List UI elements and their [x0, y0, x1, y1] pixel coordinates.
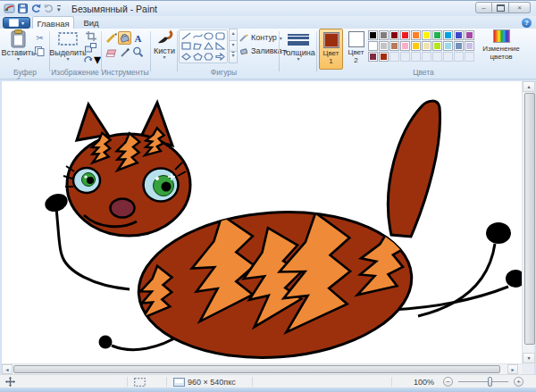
- edit-colors-label: Изменение цветов: [475, 45, 527, 61]
- eyedropper-icon: [119, 46, 130, 58]
- shape-right-triangle-icon[interactable]: [215, 42, 225, 50]
- palette-swatch[interactable]: [389, 52, 399, 62]
- vertical-scroll-thumb[interactable]: [524, 93, 535, 345]
- zoom-in-button[interactable]: +: [514, 377, 523, 387]
- tab-view[interactable]: Вид: [77, 17, 105, 29]
- rotate-button[interactable]: ▾: [83, 54, 102, 65]
- palette-swatch[interactable]: [389, 30, 399, 40]
- palette-swatch[interactable]: [465, 30, 474, 40]
- shape-rectangle-icon[interactable]: [181, 42, 191, 50]
- outline-button[interactable]: Контур ▾: [239, 33, 282, 42]
- image-size-value: 960 × 540пкс: [188, 378, 236, 387]
- fill-tool-button[interactable]: [118, 31, 131, 45]
- palette-swatch[interactable]: [389, 41, 399, 51]
- help-icon[interactable]: ?: [522, 18, 532, 28]
- palette-swatch[interactable]: [368, 52, 378, 62]
- shape-rounded-rectangle-icon[interactable]: [215, 32, 225, 40]
- pencil-tool-button[interactable]: [105, 31, 118, 45]
- palette-swatch[interactable]: [432, 30, 442, 40]
- paint-menu-dropdown-icon: ▾: [21, 21, 24, 26]
- eraser-tool-button[interactable]: [105, 46, 118, 59]
- palette-swatch[interactable]: [400, 30, 410, 40]
- cut-button[interactable]: ✂: [33, 31, 46, 44]
- undo-icon[interactable]: [30, 4, 41, 13]
- select-icon: [58, 32, 78, 46]
- palette-swatch[interactable]: [443, 41, 453, 51]
- palette-swatch[interactable]: [400, 52, 410, 62]
- shapes-scroll-up[interactable]: ▴: [229, 29, 238, 41]
- palette-swatch[interactable]: [422, 52, 431, 62]
- shape-curve-icon[interactable]: [193, 32, 203, 40]
- shapes-expand[interactable]: ▾: [229, 51, 238, 63]
- qat-dropdown-icon[interactable]: ▾: [57, 5, 61, 13]
- scroll-down-button[interactable]: ▾: [523, 353, 535, 363]
- shape-polygon-icon[interactable]: [193, 42, 203, 50]
- horizontal-scroll-thumb[interactable]: [13, 365, 500, 373]
- palette-swatch[interactable]: [379, 52, 389, 62]
- paint-menu-button[interactable]: ▾: [3, 17, 30, 29]
- palette-swatch[interactable]: [432, 52, 442, 62]
- shape-pentagon-icon[interactable]: [193, 53, 203, 61]
- palette-swatch[interactable]: [443, 30, 453, 40]
- palette-swatch[interactable]: [443, 52, 453, 62]
- color-picker-tool-button[interactable]: [118, 46, 131, 59]
- shape-hexagon-icon[interactable]: [204, 53, 214, 61]
- fill-bucket-icon: [119, 32, 130, 44]
- palette-swatch[interactable]: [422, 30, 431, 40]
- save-icon[interactable]: [18, 4, 28, 13]
- text-tool-button[interactable]: A: [131, 31, 145, 45]
- tab-home[interactable]: Главная: [32, 16, 74, 29]
- scroll-left-button[interactable]: ◂: [2, 364, 13, 374]
- zoom-level-value: 100%: [404, 378, 434, 387]
- palette-swatch[interactable]: [379, 41, 389, 51]
- shape-line-icon[interactable]: [181, 32, 191, 40]
- horizontal-scrollbar[interactable]: ◂ ▸: [2, 363, 522, 374]
- color1-button[interactable]: Цвет 1: [319, 29, 343, 70]
- shapes-scroll-down[interactable]: ▾: [229, 40, 238, 53]
- palette-swatch[interactable]: [368, 41, 378, 51]
- palette-swatch[interactable]: [422, 41, 431, 51]
- palette-swatch[interactable]: [400, 41, 410, 51]
- colors-group-label: Цвета: [317, 68, 530, 77]
- drawing-canvas[interactable]: [2, 81, 522, 363]
- palette-swatch[interactable]: [432, 41, 442, 51]
- paste-button[interactable]: Вставить ▾: [4, 29, 33, 62]
- shape-diamond-icon[interactable]: [181, 53, 191, 61]
- color-palette: [368, 30, 474, 62]
- palette-swatch[interactable]: [454, 52, 464, 62]
- brushes-button[interactable]: Кисти ▾: [153, 29, 176, 60]
- zoom-slider-thumb[interactable]: [488, 377, 492, 387]
- vertical-scrollbar[interactable]: ▴ ▾: [522, 81, 534, 363]
- palette-swatch[interactable]: [465, 52, 474, 62]
- palette-swatch[interactable]: [411, 41, 421, 51]
- image-group-label: Изображение: [50, 68, 100, 77]
- shape-triangle-icon[interactable]: [204, 42, 214, 50]
- shape-ellipse-icon[interactable]: [204, 32, 214, 40]
- palette-swatch[interactable]: [454, 30, 464, 40]
- palette-swatch[interactable]: [379, 30, 389, 40]
- window-bottom-frame: [0, 388, 536, 392]
- zoom-slider-track[interactable]: [458, 381, 508, 382]
- shape-fill-button[interactable]: Заливка ▾: [239, 46, 288, 55]
- shape-arrow-right-icon[interactable]: [215, 53, 225, 61]
- zoom-out-button[interactable]: −: [443, 377, 453, 387]
- edit-colors-button[interactable]: Изменение цветов: [475, 29, 527, 61]
- maximize-button[interactable]: [492, 2, 509, 13]
- crop-button[interactable]: [83, 30, 98, 42]
- copy-button[interactable]: [33, 45, 46, 57]
- close-button[interactable]: ×: [509, 2, 531, 13]
- scroll-right-button[interactable]: ▸: [507, 364, 518, 374]
- color2-button[interactable]: Цвет 2: [345, 29, 367, 70]
- minimize-button[interactable]: –: [475, 2, 492, 13]
- select-button[interactable]: Выделить ▾: [52, 29, 84, 62]
- palette-swatch[interactable]: [411, 52, 421, 62]
- palette-swatch[interactable]: [368, 30, 378, 40]
- magnifier-tool-button[interactable]: [131, 46, 145, 59]
- palette-swatch[interactable]: [454, 41, 464, 51]
- color1-swatch: [323, 32, 339, 48]
- palette-swatch[interactable]: [465, 41, 474, 51]
- size-button[interactable]: Толщина ▾: [282, 29, 314, 62]
- palette-swatch[interactable]: [411, 30, 421, 40]
- redo-icon[interactable]: [44, 4, 54, 13]
- scroll-up-button[interactable]: ▴: [523, 81, 535, 92]
